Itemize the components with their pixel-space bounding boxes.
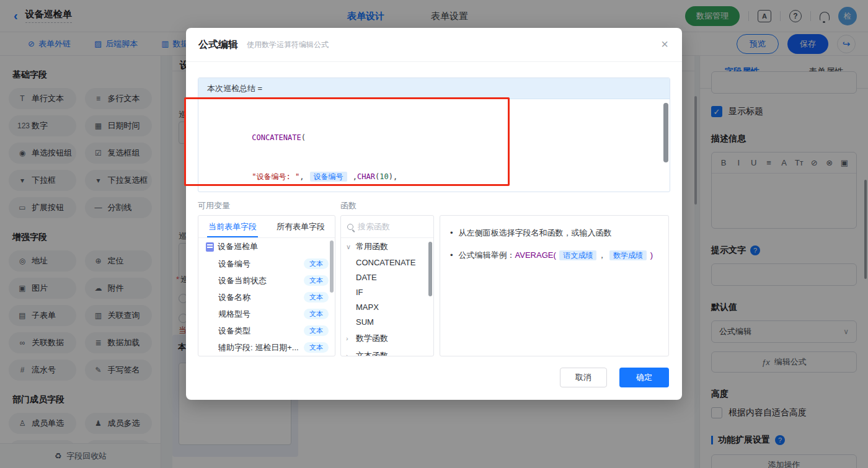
formula-line: "设备编号: ", 设备编号 ,CHAR(10), [207, 144, 661, 183]
formula-code-editor[interactable]: CONCATENATE( "设备编号: ", 设备编号 ,CHAR(10), "… [198, 99, 670, 192]
formula-token: 设备编号 [310, 172, 347, 182]
tip-line: • 从左侧面板选择字段名和函数，或输入函数 [450, 227, 658, 239]
tip-example-line: • 公式编辑举例：AVERAGE( 语文成绩， 数学成绩 ) [450, 249, 658, 262]
function-group-header[interactable]: ∨ 常用函数 [341, 238, 433, 255]
formula-token: , [299, 172, 308, 181]
variable-row[interactable]: 规格型号 文本 [198, 306, 335, 322]
function-item[interactable]: DATE [341, 270, 433, 285]
formula-box: 本次巡检总结 = CONCATENATE( "设备编号: ", 设备编号 ,CH… [198, 77, 670, 192]
app-root: ‹ 设备巡检单 表单设计表单设置 数据管理 A ? 检 ⊘ 表单外链 ▨ 后端脚… [0, 0, 868, 468]
tips-panel: • 从左侧面板选择字段名和函数，或输入函数 • 公式编辑举例：AVERAGE( … [440, 215, 669, 356]
formula-token: CONCATENATE [252, 133, 301, 142]
search-icon [347, 224, 353, 230]
variable-row[interactable]: 设备名称 文本 [198, 289, 335, 306]
function-group: › 文本函数 [341, 347, 433, 356]
variables-scrollbar[interactable] [330, 241, 334, 293]
variable-name: 规格型号 [218, 309, 304, 320]
bullet: • [450, 227, 453, 239]
example-field-chip: 语文成绩 [559, 250, 596, 260]
modal-subtitle: 使用数学运算符编辑公式 [247, 40, 329, 50]
variables-tab[interactable]: 当前表单字段 [198, 216, 267, 237]
variable-type-badge: 文本 [304, 342, 329, 353]
function-group: ∨ 常用函数 CONCATENATEDATEIFMAPXSUM [341, 238, 433, 330]
function-search-placeholder: 搜索函数 [358, 221, 390, 232]
function-item[interactable]: SUM [341, 315, 433, 330]
confirm-button[interactable]: 确定 [619, 368, 669, 387]
variables-tab[interactable]: 所有表单字段 [267, 216, 335, 237]
function-item[interactable]: IF [341, 285, 433, 300]
tip-example: 公式编辑举例：AVERAGE( 语文成绩， 数学成绩 ) [459, 249, 653, 262]
function-group-header[interactable]: › 数学函数 [341, 330, 433, 347]
tip-text: 从左侧面板选择字段名和函数，或输入函数 [459, 227, 612, 239]
function-group-name: 常用函数 [356, 241, 388, 252]
variable-row[interactable]: 设备当前状态 文本 [198, 272, 335, 289]
formula-editor-modal: 公式编辑 使用数学运算符编辑公式 × 本次巡检总结 = CONCATENATE(… [186, 28, 682, 400]
variables-label: 可用变量 [198, 200, 230, 211]
variable-name: 设备名称 [218, 292, 304, 303]
caret-icon: ∨ [346, 243, 352, 251]
functions-panel: 搜索函数 ∨ 常用函数 CONCATENATEDATEIFMAPXSUM › [340, 215, 434, 356]
caret-icon: › [346, 335, 352, 342]
function-search[interactable]: 搜索函数 [341, 216, 433, 238]
modal-header: 公式编辑 使用数学运算符编辑公式 [186, 28, 682, 62]
modal-title: 公式编辑 [198, 38, 238, 51]
formula-token: ), [389, 172, 397, 181]
variable-type-badge: 文本 [304, 275, 329, 286]
formula-token: 10 [379, 172, 388, 181]
bullet: • [450, 249, 453, 262]
formula-line: CONCATENATE( [207, 105, 661, 144]
function-group-name: 文本函数 [356, 350, 388, 356]
variables-panel: 当前表单字段所有表单字段 设备巡检单 设备编号 文本 设备当前状态 文本 设备名… [198, 215, 335, 356]
example-close-paren: ) [650, 250, 653, 260]
variable-type-badge: 文本 [304, 325, 329, 336]
function-group: › 数学函数 [341, 330, 433, 347]
variable-row[interactable]: 设备编号 文本 [198, 255, 335, 272]
function-group-name: 数学函数 [356, 333, 388, 344]
formula-target-label: 本次巡检总结 = [198, 78, 670, 99]
formula-token: "设备编号: " [252, 172, 299, 181]
formula-token: , [348, 172, 357, 181]
variable-name: 辅助字段: 巡检日期+... [218, 342, 304, 353]
formula-line: "巡检时间: ",TEXT(DATE( 巡检时间 ),"yyyy-MM-dd H… [207, 183, 661, 192]
variable-type-badge: 文本 [304, 258, 329, 269]
function-item[interactable]: CONCATENATE [341, 255, 433, 270]
variable-row[interactable]: 设备类型 文本 [198, 322, 335, 339]
form-tree-root[interactable]: 设备巡检单 [198, 238, 335, 255]
caret-icon: › [346, 352, 352, 356]
functions-label: 函数 [340, 200, 356, 211]
functions-scrollbar[interactable] [428, 242, 432, 296]
cancel-button[interactable]: 取消 [560, 368, 607, 387]
form-icon [206, 242, 214, 252]
function-item[interactable]: MAPX [341, 300, 433, 315]
variable-name: 设备当前状态 [218, 275, 304, 286]
close-icon[interactable]: × [661, 38, 668, 50]
variable-row[interactable]: 辅助字段: 巡检日期+... 文本 [198, 339, 335, 356]
formula-scrollbar[interactable] [663, 103, 668, 162]
variable-name: 设备类型 [218, 325, 304, 337]
variable-type-badge: 文本 [304, 309, 329, 319]
example-field-chip: 数学成绩 [609, 250, 647, 260]
variable-type-badge: 文本 [304, 292, 329, 302]
example-function: AVERAGE( [515, 250, 556, 260]
form-name: 设备巡检单 [218, 241, 258, 252]
function-group-header[interactable]: › 文本函数 [341, 347, 433, 356]
formula-token: CHAR [357, 172, 375, 181]
variable-name: 设备编号 [218, 258, 304, 270]
formula-token: ( [301, 133, 306, 142]
